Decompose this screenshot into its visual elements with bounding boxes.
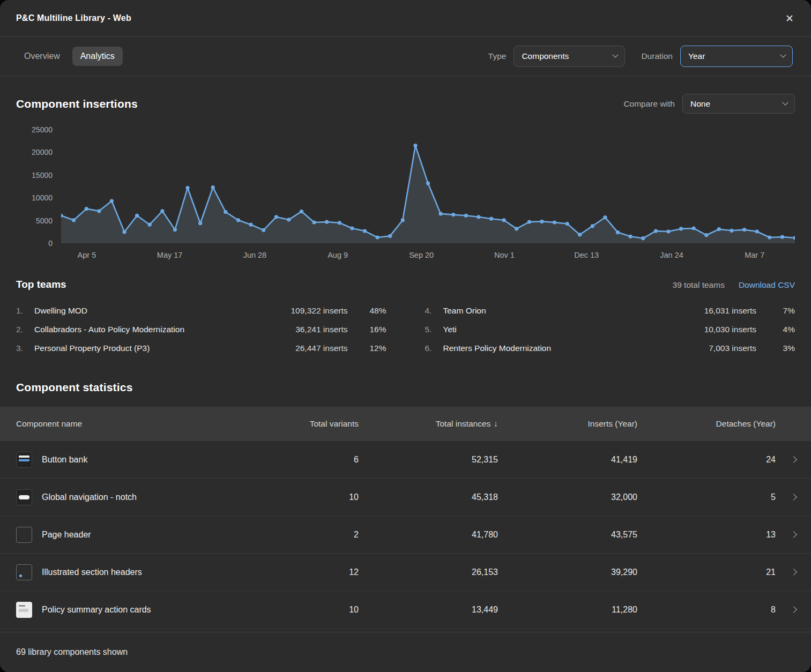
team-inserts: 7,003 inserts <box>709 344 756 353</box>
chevron-right-icon[interactable] <box>790 456 797 463</box>
chevron-right-icon[interactable] <box>790 494 797 501</box>
column-header-detaches-year[interactable]: Detaches (Year) <box>637 419 776 429</box>
total-instances-value: 41,780 <box>359 530 498 540</box>
team-percent: 16% <box>348 325 386 334</box>
team-rank: 1. <box>16 306 34 316</box>
y-axis-tick-label: 0 <box>48 240 53 247</box>
team-inserts: 109,322 inserts <box>291 306 348 316</box>
component-statistics-section: Component statistics Component name Tota… <box>0 381 811 629</box>
table-header-row: Component name Total variants Total inst… <box>0 407 811 441</box>
tab-analytics[interactable]: Analytics <box>72 47 123 66</box>
policy-summary-action-cards-thumbnail <box>16 602 32 618</box>
team-rank: 4. <box>425 306 443 316</box>
component-name: Global navigation - notch <box>42 492 137 502</box>
top-teams-section: Top teams 39 total teams Download CSV 1.… <box>0 279 811 357</box>
team-percent: 3% <box>756 344 795 353</box>
component-name: Illustrated section headers <box>42 568 142 577</box>
table-row[interactable]: Illustrated section headers 12 26,153 39… <box>0 554 811 591</box>
duration-select-value: Year <box>688 51 705 61</box>
x-axis-tick-label: Aug 9 <box>328 251 348 259</box>
compare-with-select[interactable]: None <box>682 94 795 114</box>
chevron-down-icon <box>780 52 786 58</box>
duration-select[interactable]: Year <box>680 46 793 67</box>
chevron-right-icon[interactable] <box>790 606 797 613</box>
team-percent: 7% <box>756 306 795 316</box>
statistics-title: Component statistics <box>0 381 811 394</box>
top-teams-title: Top teams <box>16 279 66 290</box>
column-header-inserts-year[interactable]: Inserts (Year) <box>498 419 637 429</box>
team-rank: 6. <box>425 344 443 353</box>
team-percent: 12% <box>348 344 386 353</box>
team-percent: 4% <box>756 325 795 334</box>
table-row[interactable]: Button bank 6 52,315 41,419 24 <box>0 441 811 479</box>
total-instances-value: 45,318 <box>359 492 498 502</box>
close-icon[interactable]: ✕ <box>781 10 798 27</box>
modal-footer: 69 library components shown <box>0 632 811 672</box>
tab-overview[interactable]: Overview <box>16 47 68 66</box>
compare-with-value: None <box>690 99 710 109</box>
x-axis-tick-label: Nov 1 <box>494 251 515 259</box>
insertions-chart: 2500020000150001000050000 Apr 5May 17Jun… <box>16 130 795 262</box>
total-instances-value: 52,315 <box>359 455 498 465</box>
team-inserts: 26,447 inserts <box>295 344 347 353</box>
inserts-year-value: 32,000 <box>498 492 637 502</box>
chevron-right-icon[interactable] <box>790 569 797 576</box>
duration-label: Duration <box>641 51 673 61</box>
x-axis-tick-label: Jan 24 <box>660 251 683 259</box>
modal-title: P&C Multiline Library - Web <box>16 13 131 23</box>
x-axis-tick-label: Jun 28 <box>243 251 267 259</box>
insertions-title: Component insertions <box>16 98 138 110</box>
chevron-down-icon <box>613 52 619 58</box>
team-row: 5. Yeti 10,030 inserts 4% <box>425 320 795 339</box>
inserts-year-value: 39,290 <box>498 568 637 577</box>
total-instances-value: 26,153 <box>359 568 498 577</box>
table-row[interactable]: Page header 2 41,780 43,575 13 <box>0 516 811 554</box>
team-rank: 2. <box>16 325 34 334</box>
inserts-year-value: 11,280 <box>498 605 637 615</box>
illustrated-section-headers-thumbnail <box>16 564 32 580</box>
total-variants-value: 10 <box>243 492 359 502</box>
team-rank: 3. <box>16 344 34 353</box>
type-select-value: Components <box>522 51 569 61</box>
component-name: Policy summary action cards <box>42 605 151 615</box>
team-row: 1. Dwelling MOD 109,322 inserts 48% <box>16 301 386 320</box>
components-shown-count: 69 library components shown <box>16 647 128 657</box>
global-navigation-thumbnail <box>16 489 32 505</box>
column-header-total-variants[interactable]: Total variants <box>243 419 359 429</box>
table-row[interactable]: Policy summary action cards 10 13,449 11… <box>0 591 811 629</box>
y-axis-tick-label: 10000 <box>32 194 53 201</box>
detaches-year-value: 5 <box>637 492 776 502</box>
chevron-right-icon[interactable] <box>790 531 797 538</box>
table-row[interactable]: Global navigation - notch 10 45,318 32,0… <box>0 479 811 516</box>
team-row: 3. Personal Property Product (P3) 26,447… <box>16 339 386 357</box>
component-insertions-section: Component insertions Compare with None 2… <box>0 94 811 262</box>
detaches-year-value: 8 <box>637 605 776 615</box>
top-teams-list: 1. Dwelling MOD 109,322 inserts 48% 2. C… <box>16 301 795 357</box>
chevron-down-icon <box>782 99 788 105</box>
library-analytics-modal: P&C Multiline Library - Web ✕ Overview A… <box>0 0 811 672</box>
team-inserts: 10,030 inserts <box>704 325 756 334</box>
total-teams-count: 39 total teams <box>673 280 725 290</box>
page-header-thumbnail <box>16 527 32 543</box>
team-name: Team Orion <box>443 306 704 316</box>
component-statistics-table: Component name Total variants Total inst… <box>0 407 811 629</box>
column-header-total-instances[interactable]: Total instances↓ <box>359 419 498 429</box>
sort-descending-icon: ↓ <box>494 419 498 428</box>
x-axis-tick-label: Dec 13 <box>574 251 599 259</box>
total-variants-value: 10 <box>243 605 359 615</box>
download-csv-link[interactable]: Download CSV <box>739 280 795 290</box>
detaches-year-value: 13 <box>637 530 776 540</box>
total-variants-value: 12 <box>243 568 359 577</box>
team-row: 2. Collabradors - Auto Policy Modernizat… <box>16 320 386 339</box>
total-instances-value: 13,449 <box>359 605 498 615</box>
team-name: Renters Policy Modernization <box>443 344 709 353</box>
total-variants-value: 6 <box>243 455 359 465</box>
y-axis-tick-label: 20000 <box>32 148 53 156</box>
component-name: Page header <box>42 530 91 540</box>
total-variants-value: 2 <box>243 530 359 540</box>
y-axis-tick-label: 15000 <box>32 171 53 179</box>
detaches-year-value: 21 <box>637 568 776 577</box>
column-header-component-name[interactable]: Component name <box>16 419 243 429</box>
type-select[interactable]: Components <box>514 46 625 67</box>
x-axis-tick-label: May 17 <box>157 251 183 259</box>
